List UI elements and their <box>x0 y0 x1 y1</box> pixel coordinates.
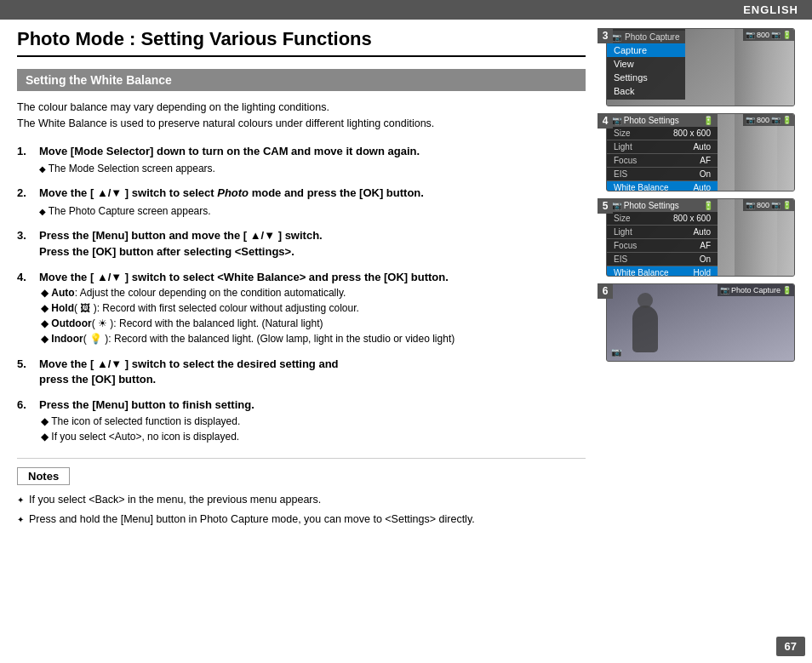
cam-5-row-focus: Focus AF <box>607 239 718 253</box>
cam-panel-6: 6 📷Photo Capture🔋 📷 <box>599 283 795 362</box>
cam-screen-6: 📷Photo Capture🔋 📷 <box>606 283 795 362</box>
step-4-main: Move the [ ▲/▼ ] switch to select <White… <box>39 270 586 285</box>
step-2-main-suffix: mode and press the [OK] button. <box>249 186 424 199</box>
step-3-main: Press the [Menu] button and move the [ ▲… <box>39 228 586 259</box>
cam-panel-4: 4 📷800📷🔋 📷 Photo Settings 🔋 Siz <box>599 113 795 191</box>
step-5: 5. Move the [ ▲/▼ ] switch to select the… <box>17 357 586 387</box>
step-2-main-prefix: Move the [ ▲/▼ ] switch to select <box>39 186 217 199</box>
step-6-content: Press the [Menu] button to finish settin… <box>39 397 586 443</box>
step-1-sub: The Mode Selection screen appears. <box>39 162 586 176</box>
step-4: 4. Move the [ ▲/▼ ] switch to select <Wh… <box>17 270 586 346</box>
cam-panel-5: 5 📷800📷🔋 📷 Photo Settings 🔋 Siz <box>599 198 795 277</box>
step-4-content: Move the [ ▲/▼ ] switch to select <White… <box>39 270 586 346</box>
cam-4-status: 📷800📷🔋 <box>743 114 794 126</box>
notes-item-2: Press and hold the [Menu] button in Phot… <box>17 512 586 528</box>
cam-4-settings: 📷 Photo Settings 🔋 Size 800 x 600 Light … <box>607 114 718 191</box>
cam-5-title: 📷 Photo Settings 🔋 <box>607 199 718 212</box>
step-5-content: Move the [ ▲/▼ ] switch to select the de… <box>39 357 586 387</box>
cam-4-row-light: Light Auto <box>607 140 718 154</box>
step-6: 6. Press the [Menu] button to finish set… <box>17 397 586 443</box>
notes-section: Notes If you select <Back> in the menu, … <box>17 458 586 529</box>
step-1: 1. Move [Mode Selector] down to turn on … <box>17 144 586 176</box>
step-3-content: Press the [Menu] button and move the [ ▲… <box>39 228 586 259</box>
step-6-number: 6. <box>17 398 36 411</box>
cam-5-row-eis: EIS On <box>607 253 718 266</box>
step-6-sub-2: ◆ If you select <Auto>, no icon is displ… <box>41 429 586 444</box>
intro-text: The colour balance may vary depending on… <box>17 100 586 132</box>
step-2-sub-1: The Photo Capture screen appears. <box>39 205 211 217</box>
intro-line-2: The White Balance is used to preserve na… <box>17 117 434 129</box>
camera-panels: 3 📷800📷🔋 📷 Photo Capture Capture View <box>599 28 795 532</box>
step-2: 2. Move the [ ▲/▼ ] switch to select Pho… <box>17 186 586 218</box>
cam-panel-3-number: 3 <box>598 28 613 43</box>
step-2-content: Move the [ ▲/▼ ] switch to select Photo … <box>39 186 586 218</box>
cam-screen-4: 📷800📷🔋 📷 Photo Settings 🔋 Size 800 x 600 <box>606 113 795 191</box>
step-4-number: 4. <box>17 271 36 283</box>
step-1-main: Move [Mode Selector] down to turn on the… <box>39 144 586 159</box>
cam-3-menu-capture[interactable]: Capture <box>607 43 685 57</box>
cam-5-row-wb: White Balance Hold <box>607 266 718 276</box>
step-1-content: Move [Mode Selector] down to turn on the… <box>39 144 586 176</box>
step-1-number: 1. <box>17 145 36 157</box>
steps-list: 1. Move [Mode Selector] down to turn on … <box>17 144 586 444</box>
page-title: Photo Mode : Setting Various Functions <box>17 28 586 57</box>
language-label: ENGLISH <box>743 3 798 16</box>
page-number: 67 <box>776 637 805 656</box>
step-1-sub-1: The Mode Selection screen appears. <box>39 163 215 174</box>
step-2-main-italic: Photo <box>217 186 249 199</box>
cam-4-row-size: Size 800 x 600 <box>607 127 718 140</box>
cam-panel-4-number: 4 <box>598 113 613 129</box>
step-3-number: 3. <box>17 229 36 242</box>
step-2-number: 2. <box>17 186 36 199</box>
cam-6-status: 📷Photo Capture🔋 <box>718 284 794 296</box>
step-5-number: 5. <box>17 357 36 370</box>
cam-screen-5: 📷800📷🔋 📷 Photo Settings 🔋 Size 800 x 600 <box>606 198 795 277</box>
cam-3-status: 📷800📷🔋 <box>743 29 794 41</box>
cam-3-menu-back[interactable]: Back <box>607 84 685 98</box>
notes-list: If you select <Back> in the menu, the pr… <box>17 492 586 529</box>
step-4-sub-auto: ◆ Auto: Adjust the colour depending on t… <box>41 285 586 300</box>
main-content: Photo Mode : Setting Various Functions S… <box>17 28 599 532</box>
cam-3-menu-settings[interactable]: Settings <box>607 71 685 84</box>
section-heading: Setting the White Balance <box>17 69 586 91</box>
step-5-main: Move the [ ▲/▼ ] switch to select the de… <box>39 357 586 387</box>
step-4-sub-indoor: ◆ Indoor( 💡 ): Record with the balanced … <box>41 331 586 346</box>
cam-panel-6-number: 6 <box>598 283 613 299</box>
cam-3-menu-view[interactable]: View <box>607 57 685 71</box>
cam-5-settings: 📷 Photo Settings 🔋 Size 800 x 600 Light … <box>607 199 718 276</box>
cam-panel-5-number: 5 <box>598 198 613 214</box>
cam-3-menu: 📷 Photo Capture Capture View Settings Ba… <box>607 29 685 100</box>
step-2-main: Move the [ ▲/▼ ] switch to select Photo … <box>39 186 586 201</box>
cam-5-status: 📷800📷🔋 <box>743 199 794 211</box>
language-header: ENGLISH <box>0 0 812 20</box>
cam-4-row-focus: Focus AF <box>607 154 718 168</box>
step-4-sub-hold: ◆ Hold( 🖼 ): Record with first selected … <box>41 300 586 316</box>
cam-3-title: 📷 Photo Capture <box>607 31 685 43</box>
cam-4-title: 📷 Photo Settings 🔋 <box>607 114 718 127</box>
step-3: 3. Press the [Menu] button and move the … <box>17 228 586 259</box>
step-2-sub: The Photo Capture screen appears. <box>39 204 586 219</box>
cam-screen-3: 📷800📷🔋 📷 Photo Capture Capture View Sett… <box>606 28 795 106</box>
cam-5-row-light: Light Auto <box>607 226 718 239</box>
intro-line-1: The colour balance may vary depending on… <box>17 101 329 113</box>
cam-panel-3: 3 📷800📷🔋 📷 Photo Capture Capture View <box>599 28 795 106</box>
step-4-sub-outdoor: ◆ Outdoor( ☀ ): Record with the balanced… <box>41 316 586 331</box>
step-6-main: Press the [Menu] button to finish settin… <box>39 397 586 413</box>
cam-4-row-eis: EIS On <box>607 168 718 181</box>
notes-label: Notes <box>17 467 70 485</box>
cam-4-row-wb: White Balance Auto <box>607 181 718 191</box>
step-6-sub-1: ◆ The icon of selected function is displ… <box>41 414 586 429</box>
cam-5-row-size: Size 800 x 600 <box>607 212 718 226</box>
notes-item-1: If you select <Back> in the menu, the pr… <box>17 492 586 508</box>
